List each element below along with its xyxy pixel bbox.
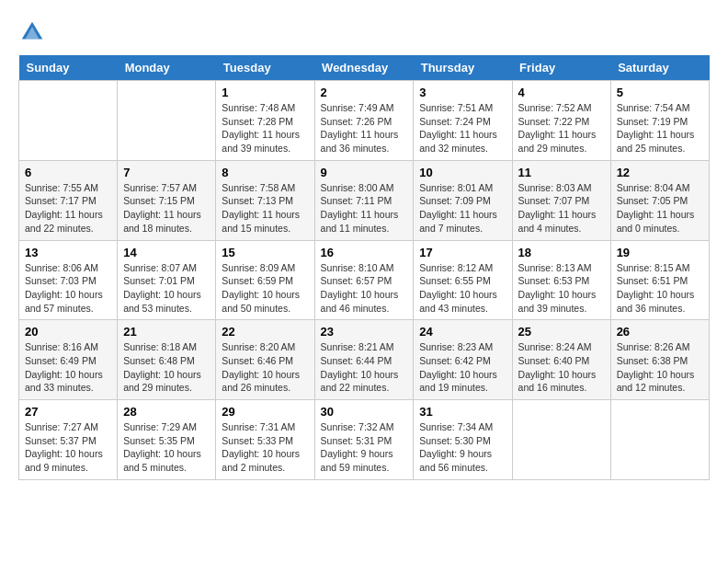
day-cell: 1Sunrise: 7:48 AM Sunset: 7:28 PM Daylig…	[216, 81, 314, 161]
day-info: Sunrise: 7:51 AM Sunset: 7:24 PM Dayligh…	[419, 101, 506, 155]
day-number: 6	[25, 166, 111, 179]
day-number: 24	[419, 325, 506, 339]
day-cell: 19Sunrise: 8:15 AM Sunset: 6:51 PM Dayli…	[610, 240, 709, 320]
weekday-header-thursday: Thursday	[414, 55, 512, 81]
day-cell: 24Sunrise: 8:23 AM Sunset: 6:42 PM Dayli…	[414, 320, 512, 400]
day-cell: 27Sunrise: 7:27 AM Sunset: 5:37 PM Dayli…	[19, 400, 118, 480]
day-number: 14	[123, 246, 210, 259]
week-row-4: 20Sunrise: 8:16 AM Sunset: 6:49 PM Dayli…	[19, 320, 710, 400]
logo-icon	[18, 18, 46, 46]
weekday-header-wednesday: Wednesday	[314, 55, 414, 81]
day-cell: 4Sunrise: 7:52 AM Sunset: 7:22 PM Daylig…	[512, 81, 610, 161]
day-info: Sunrise: 8:18 AM Sunset: 6:48 PM Dayligh…	[123, 340, 210, 395]
day-number: 31	[419, 405, 506, 419]
day-number: 17	[419, 246, 506, 259]
day-cell: 28Sunrise: 7:29 AM Sunset: 5:35 PM Dayli…	[118, 400, 216, 480]
day-info: Sunrise: 8:15 AM Sunset: 6:51 PM Dayligh…	[617, 261, 703, 316]
day-cell: 21Sunrise: 8:18 AM Sunset: 6:48 PM Dayli…	[118, 320, 216, 400]
day-number: 13	[25, 246, 111, 259]
day-cell: 26Sunrise: 8:26 AM Sunset: 6:38 PM Dayli…	[610, 320, 709, 400]
week-row-3: 13Sunrise: 8:06 AM Sunset: 7:03 PM Dayli…	[19, 240, 710, 320]
day-number: 9	[321, 166, 408, 179]
day-cell: 2Sunrise: 7:49 AM Sunset: 7:26 PM Daylig…	[314, 81, 414, 161]
day-number: 2	[321, 86, 408, 99]
day-info: Sunrise: 8:00 AM Sunset: 7:11 PM Dayligh…	[321, 181, 408, 236]
day-number: 4	[518, 86, 605, 99]
day-info: Sunrise: 8:26 AM Sunset: 6:38 PM Dayligh…	[617, 340, 703, 395]
day-info: Sunrise: 8:06 AM Sunset: 7:03 PM Dayligh…	[25, 261, 111, 316]
day-number: 28	[123, 405, 210, 419]
day-info: Sunrise: 7:32 AM Sunset: 5:31 PM Dayligh…	[321, 420, 408, 475]
day-cell: 10Sunrise: 8:01 AM Sunset: 7:09 PM Dayli…	[414, 160, 512, 240]
day-cell: 15Sunrise: 8:09 AM Sunset: 6:59 PM Dayli…	[216, 240, 314, 320]
day-number: 26	[617, 325, 703, 339]
day-cell	[610, 400, 709, 480]
day-number: 10	[419, 166, 506, 179]
day-info: Sunrise: 7:55 AM Sunset: 7:17 PM Dayligh…	[25, 181, 111, 236]
day-info: Sunrise: 7:57 AM Sunset: 7:15 PM Dayligh…	[123, 181, 210, 236]
day-info: Sunrise: 7:34 AM Sunset: 5:30 PM Dayligh…	[419, 420, 506, 475]
day-number: 18	[518, 246, 605, 259]
day-cell	[512, 400, 610, 480]
day-info: Sunrise: 8:04 AM Sunset: 7:05 PM Dayligh…	[617, 181, 703, 236]
day-cell: 7Sunrise: 7:57 AM Sunset: 7:15 PM Daylig…	[118, 160, 216, 240]
day-cell: 18Sunrise: 8:13 AM Sunset: 6:53 PM Dayli…	[512, 240, 610, 320]
day-cell	[118, 81, 216, 161]
day-number: 11	[518, 166, 605, 179]
day-info: Sunrise: 8:23 AM Sunset: 6:42 PM Dayligh…	[419, 340, 506, 395]
day-number: 12	[617, 166, 703, 179]
day-cell: 3Sunrise: 7:51 AM Sunset: 7:24 PM Daylig…	[414, 81, 512, 161]
day-info: Sunrise: 8:13 AM Sunset: 6:53 PM Dayligh…	[518, 261, 605, 316]
day-info: Sunrise: 8:07 AM Sunset: 7:01 PM Dayligh…	[123, 261, 210, 316]
day-cell: 25Sunrise: 8:24 AM Sunset: 6:40 PM Dayli…	[512, 320, 610, 400]
day-number: 15	[222, 246, 308, 259]
week-row-5: 27Sunrise: 7:27 AM Sunset: 5:37 PM Dayli…	[19, 400, 710, 480]
day-cell: 9Sunrise: 8:00 AM Sunset: 7:11 PM Daylig…	[314, 160, 414, 240]
day-info: Sunrise: 7:52 AM Sunset: 7:22 PM Dayligh…	[518, 101, 605, 155]
day-info: Sunrise: 7:48 AM Sunset: 7:28 PM Dayligh…	[222, 101, 308, 155]
day-info: Sunrise: 7:31 AM Sunset: 5:33 PM Dayligh…	[222, 420, 308, 475]
day-cell	[19, 81, 118, 161]
day-cell: 8Sunrise: 7:58 AM Sunset: 7:13 PM Daylig…	[216, 160, 314, 240]
day-cell: 31Sunrise: 7:34 AM Sunset: 5:30 PM Dayli…	[414, 400, 512, 480]
week-row-1: 1Sunrise: 7:48 AM Sunset: 7:28 PM Daylig…	[19, 81, 710, 161]
day-info: Sunrise: 8:03 AM Sunset: 7:07 PM Dayligh…	[518, 181, 605, 236]
weekday-header-saturday: Saturday	[610, 55, 709, 81]
day-cell: 22Sunrise: 8:20 AM Sunset: 6:46 PM Dayli…	[216, 320, 314, 400]
day-cell: 13Sunrise: 8:06 AM Sunset: 7:03 PM Dayli…	[19, 240, 118, 320]
day-number: 7	[123, 166, 210, 179]
day-info: Sunrise: 7:29 AM Sunset: 5:35 PM Dayligh…	[123, 420, 210, 475]
day-cell: 6Sunrise: 7:55 AM Sunset: 7:17 PM Daylig…	[19, 160, 118, 240]
week-row-2: 6Sunrise: 7:55 AM Sunset: 7:17 PM Daylig…	[19, 160, 710, 240]
day-info: Sunrise: 8:12 AM Sunset: 6:55 PM Dayligh…	[419, 261, 506, 316]
day-number: 19	[617, 246, 703, 259]
day-number: 23	[321, 325, 408, 339]
day-info: Sunrise: 7:27 AM Sunset: 5:37 PM Dayligh…	[25, 420, 111, 475]
day-number: 5	[617, 86, 703, 99]
weekday-header-friday: Friday	[512, 55, 610, 81]
day-number: 30	[321, 405, 408, 419]
day-cell: 14Sunrise: 8:07 AM Sunset: 7:01 PM Dayli…	[118, 240, 216, 320]
day-cell: 30Sunrise: 7:32 AM Sunset: 5:31 PM Dayli…	[314, 400, 414, 480]
day-cell: 23Sunrise: 8:21 AM Sunset: 6:44 PM Dayli…	[314, 320, 414, 400]
day-number: 8	[222, 166, 308, 179]
weekday-header-sunday: Sunday	[19, 55, 118, 81]
day-info: Sunrise: 7:54 AM Sunset: 7:19 PM Dayligh…	[617, 101, 703, 155]
day-info: Sunrise: 8:21 AM Sunset: 6:44 PM Dayligh…	[321, 340, 408, 395]
day-number: 20	[25, 325, 111, 339]
day-number: 27	[25, 405, 111, 419]
day-cell: 29Sunrise: 7:31 AM Sunset: 5:33 PM Dayli…	[216, 400, 314, 480]
day-number: 3	[419, 86, 506, 99]
day-cell: 12Sunrise: 8:04 AM Sunset: 7:05 PM Dayli…	[610, 160, 709, 240]
day-info: Sunrise: 7:49 AM Sunset: 7:26 PM Dayligh…	[321, 101, 408, 155]
day-cell: 5Sunrise: 7:54 AM Sunset: 7:19 PM Daylig…	[610, 81, 709, 161]
day-info: Sunrise: 8:01 AM Sunset: 7:09 PM Dayligh…	[419, 181, 506, 236]
logo	[18, 18, 48, 46]
day-number: 29	[222, 405, 308, 419]
day-cell: 17Sunrise: 8:12 AM Sunset: 6:55 PM Dayli…	[414, 240, 512, 320]
day-info: Sunrise: 8:20 AM Sunset: 6:46 PM Dayligh…	[222, 340, 308, 395]
day-number: 21	[123, 325, 210, 339]
day-info: Sunrise: 8:16 AM Sunset: 6:49 PM Dayligh…	[25, 340, 111, 395]
day-cell: 11Sunrise: 8:03 AM Sunset: 7:07 PM Dayli…	[512, 160, 610, 240]
day-number: 16	[321, 246, 408, 259]
